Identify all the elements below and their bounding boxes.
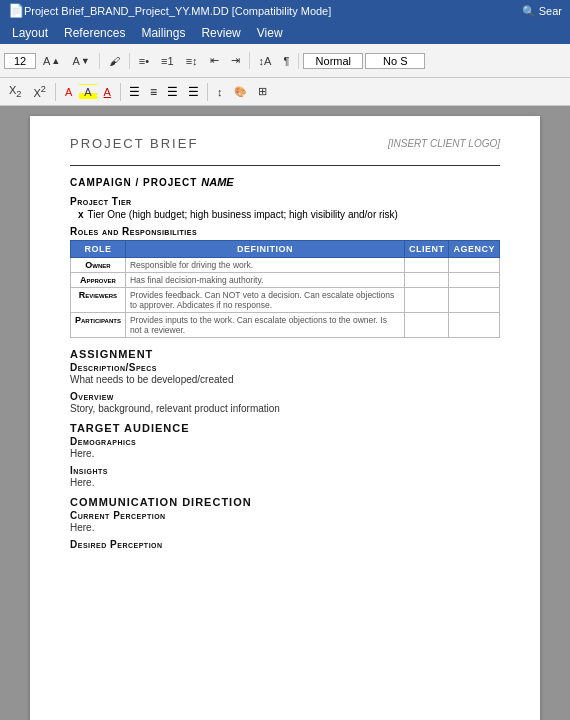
overview-text: Story, background, relevant product info… <box>70 403 500 414</box>
line-spacing-btn[interactable]: ↕ <box>212 84 228 100</box>
roles-label: Roles and Responsibilities <box>70 226 500 237</box>
sort-btn[interactable]: ↕A <box>254 53 277 69</box>
document-area: PROJECT BRIEF [INSERT CLIENT LOGO] CAMPA… <box>0 106 570 720</box>
project-tier-section: Project Tier x Tier One (high budget; hi… <box>70 196 500 220</box>
target-audience-heading: TARGET AUDIENCE <box>70 422 500 434</box>
styles-group: Normal No S <box>303 53 429 69</box>
menu-review[interactable]: Review <box>193 24 248 42</box>
overview-label: Overview <box>70 391 500 402</box>
assignment-heading: ASSIGNMENT <box>70 348 500 360</box>
definition-cell: Has final decision-making authority. <box>125 273 404 288</box>
client-cell <box>404 288 449 313</box>
agency-cell <box>449 313 500 338</box>
definition-cell: Provides feedback. Can NOT veto a decisi… <box>125 288 404 313</box>
definition-cell: Responsible for driving the work. <box>125 258 404 273</box>
format-bar: X2 X2 A A A ☰ ≡ ☰ ☰ ↕ 🎨 ⊞ <box>0 78 570 106</box>
client-cell <box>404 258 449 273</box>
ribbon: A▲ A▼ 🖌 ≡• ≡1 ≡↕ ⇤ ⇥ ↕A ¶ Normal No S <box>0 44 570 78</box>
increase-indent-btn[interactable]: ⇥ <box>226 52 245 69</box>
font-color-btn[interactable]: A <box>60 84 77 100</box>
subscript-btn[interactable]: X2 <box>4 82 26 101</box>
header-rule <box>70 165 500 166</box>
font-size-input[interactable] <box>4 53 36 69</box>
list-group: ≡• ≡1 ≡↕ ⇤ ⇥ <box>134 52 250 69</box>
communication-section: COMMUNICATION DIRECTION Current Percepti… <box>70 496 500 550</box>
insights-text: Here. <box>70 477 500 488</box>
col-header-role: ROLE <box>71 241 126 258</box>
menu-references[interactable]: References <box>56 24 133 42</box>
definition-cell: Provides inputs to the work. Can escalat… <box>125 313 404 338</box>
assignment-section: ASSIGNMENT Description/Specs What needs … <box>70 348 500 414</box>
client-cell <box>404 273 449 288</box>
bullet-list-btn[interactable]: ≡• <box>134 53 154 69</box>
format-paint-btn[interactable]: 🖌 <box>104 53 125 69</box>
client-logo: [INSERT CLIENT LOGO] <box>388 138 500 149</box>
menu-layout[interactable]: Layout <box>4 24 56 42</box>
table-row: Owner Responsible for driving the work. <box>71 258 500 273</box>
decrease-indent-btn[interactable]: ⇤ <box>205 52 224 69</box>
window-title: Project Brief_BRAND_Project_YY.MM.DD [Co… <box>24 5 331 17</box>
separator-2 <box>120 83 121 101</box>
tier-description: Tier One (high budget; high business imp… <box>88 209 398 220</box>
page-title: PROJECT BRIEF <box>70 136 198 151</box>
shading-btn[interactable]: 🎨 <box>229 84 251 99</box>
format-group: 🖌 <box>104 53 130 69</box>
style-normal[interactable]: Normal <box>303 53 363 69</box>
col-header-client: CLIENT <box>404 241 449 258</box>
align-center-btn[interactable]: ≡ <box>146 83 161 101</box>
separator-3 <box>207 83 208 101</box>
separator-1 <box>55 83 56 101</box>
table-row: Reviewers Provides feedback. Can NOT vet… <box>71 288 500 313</box>
highlight-btn[interactable]: A <box>79 84 96 100</box>
search-area[interactable]: 🔍 Sear <box>522 5 562 18</box>
agency-cell <box>449 273 500 288</box>
campaign-label: CAMPAIGN / PROJECT <box>70 177 197 188</box>
align-justify-btn[interactable]: ☰ <box>184 83 203 101</box>
role-cell: Reviewers <box>71 288 126 313</box>
align-left-btn[interactable]: ☰ <box>125 83 144 101</box>
agency-cell <box>449 258 500 273</box>
insights-label: Insights <box>70 465 500 476</box>
role-cell: Approver <box>71 273 126 288</box>
current-perception-label: Current Perception <box>70 510 500 521</box>
menu-bar: Layout References Mailings Review View <box>0 22 570 44</box>
menu-mailings[interactable]: Mailings <box>133 24 193 42</box>
demographics-label: Demographics <box>70 436 500 447</box>
page: PROJECT BRIEF [INSERT CLIENT LOGO] CAMPA… <box>30 116 540 720</box>
communication-heading: COMMUNICATION DIRECTION <box>70 496 500 508</box>
table-header-row: ROLE DEFINITION CLIENT AGENCY <box>71 241 500 258</box>
font-shrink-btn[interactable]: A▼ <box>67 53 94 69</box>
font-size-group: A▲ A▼ <box>4 53 100 69</box>
align-right-btn[interactable]: ☰ <box>163 83 182 101</box>
campaign-line: CAMPAIGN / PROJECT NAME <box>70 176 500 188</box>
role-cell: Owner <box>71 258 126 273</box>
roles-section: Roles and Responsibilities ROLE DEFINITI… <box>70 226 500 338</box>
client-cell <box>404 313 449 338</box>
doc-icon: 📄 <box>8 3 24 19</box>
pilcrow-btn[interactable]: ¶ <box>278 53 294 69</box>
desired-perception-label: Desired Perception <box>70 539 500 550</box>
roles-table: ROLE DEFINITION CLIENT AGENCY Owner Resp… <box>70 240 500 338</box>
table-row: Approver Has final decision-making autho… <box>71 273 500 288</box>
sort-group: ↕A ¶ <box>254 53 300 69</box>
desc-specs-label: Description/Specs <box>70 362 500 373</box>
agency-cell <box>449 288 500 313</box>
demographics-text: Here. <box>70 448 500 459</box>
tier-item: x Tier One (high budget; high business i… <box>78 209 500 220</box>
multilevel-list-btn[interactable]: ≡↕ <box>181 53 203 69</box>
page-header: PROJECT BRIEF [INSERT CLIENT LOGO] <box>70 136 500 157</box>
menu-view[interactable]: View <box>249 24 291 42</box>
font-grow-btn[interactable]: A▲ <box>38 53 65 69</box>
project-tier-label: Project Tier <box>70 196 500 207</box>
superscript-btn[interactable]: X2 <box>28 82 50 101</box>
border-btn[interactable]: ⊞ <box>253 83 272 100</box>
style-nospace[interactable]: No S <box>365 53 425 69</box>
text-color-btn2[interactable]: A <box>99 84 116 100</box>
table-row: Participants Provides inputs to the work… <box>71 313 500 338</box>
role-cell: Participants <box>71 313 126 338</box>
col-header-agency: AGENCY <box>449 241 500 258</box>
tier-x-mark: x <box>78 209 84 220</box>
current-perception-text: Here. <box>70 522 500 533</box>
col-header-definition: DEFINITION <box>125 241 404 258</box>
number-list-btn[interactable]: ≡1 <box>156 53 179 69</box>
